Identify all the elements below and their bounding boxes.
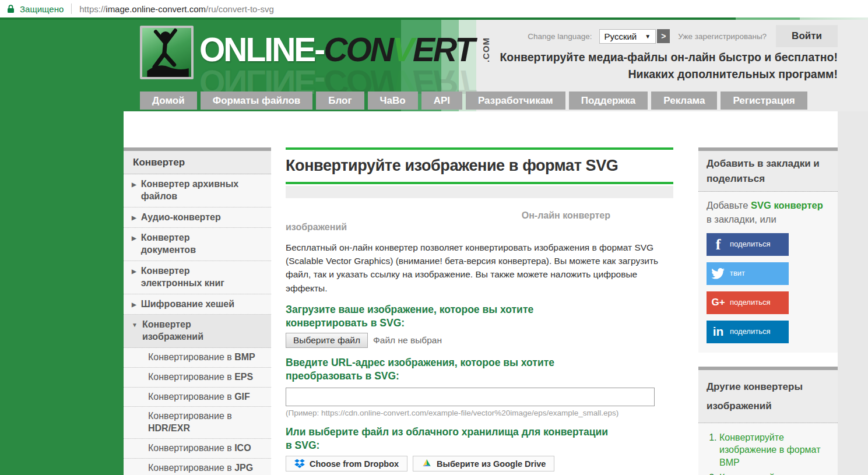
svg-converter-link[interactable]: SVG конвертер	[751, 200, 823, 210]
sidebar-item-ebook-converter[interactable]: ▶ Конвертер электронных книг	[124, 261, 271, 294]
page-title: Конвертируйте изображение в формат SVG	[286, 157, 673, 175]
nav-file-formats[interactable]: Форматы файлов	[201, 92, 313, 110]
sidebar-title: Конвертер	[124, 151, 271, 174]
nav-advertising[interactable]: Реклама	[651, 92, 717, 110]
gray-divider-bar	[286, 186, 673, 198]
browser-window: Защищено https://image.online-convert.co…	[0, 0, 868, 475]
page-url[interactable]: https://image.online-convert.com/ru/conv…	[79, 4, 274, 14]
login-button[interactable]: Войти	[776, 25, 838, 47]
bookmark-text-pre: Добавьте	[707, 200, 751, 210]
triangle-right-icon: ▶	[132, 268, 136, 290]
sidebar-item-hash-encryption[interactable]: ▶ Шифрование хешей	[124, 294, 271, 315]
logo-text: ONLINE-CONVERT.COM ONLINE-CONVERT	[199, 30, 498, 79]
sidebar-subitem-eps[interactable]: Конвертирование в EPS	[124, 368, 271, 388]
converter-sidebar: Конвертер ▶ Конвертер архивных файлов ▶ …	[124, 147, 271, 475]
bookmark-text-post: в закладки, или	[707, 214, 776, 224]
converter-description: Бесплатный он-лайн конвертер позволяет к…	[286, 241, 673, 295]
site-tagline: Конвертируйте медиа-файлы он-лайн быстро…	[500, 49, 838, 83]
right-gray-background	[838, 111, 868, 475]
tagline-line1: Конвертируйте медиа-файлы он-лайн быстро…	[500, 49, 838, 66]
cloud-heading: Или выберите файл из облачного хранилища…	[286, 425, 612, 452]
twitter-tweet-button[interactable]: твит	[707, 262, 789, 285]
share-title: Добавить в закладки и поделиться	[698, 151, 838, 192]
share-body: Добавьте SVG конвертер в закладки, или f…	[698, 192, 838, 353]
language-go-button[interactable]: >	[657, 29, 670, 43]
linkedin-icon: in	[707, 323, 730, 340]
nav-blog[interactable]: Блог	[316, 92, 364, 110]
site-logo[interactable]: ONLINE-CONVERT.COM ONLINE-CONVERT	[140, 26, 498, 79]
triangle-right-icon: ▶	[132, 301, 136, 311]
tagline-line2: Никаких дополнительных программ!	[500, 66, 838, 83]
upload-heading: Загрузите ваше изображение, которое вы х…	[286, 303, 589, 330]
triangle-right-icon: ▶	[132, 234, 136, 256]
googleplus-icon: G+	[707, 295, 730, 310]
url-domain: image.online-convert.com	[106, 4, 206, 14]
nav-faq[interactable]: ЧаВо	[368, 92, 418, 110]
dropbox-button[interactable]: Choose from Dropbox	[286, 456, 407, 472]
sidebar-subitem-bmp[interactable]: Конвертирование в BMP	[124, 348, 271, 368]
logo-convert-text: CONVERT	[324, 30, 473, 69]
triangle-down-icon: ▼	[132, 321, 138, 343]
sidebar-item-audio-converter[interactable]: ▶ Аудио-конвертер	[124, 207, 271, 228]
lock-icon	[7, 5, 15, 13]
breadcrumb-line1: Он-лайн конвертер	[286, 210, 673, 221]
jumping-man-icon	[142, 28, 191, 77]
green-rule-bottom	[286, 182, 673, 184]
browser-address-bar[interactable]: Защищено https://image.online-convert.co…	[0, 0, 868, 17]
nav-support[interactable]: Поддержка	[569, 92, 648, 110]
change-language-label: Change language:	[528, 32, 592, 41]
choose-file-button[interactable]: Выберите файл	[286, 333, 368, 348]
other-converters-box: Другие конвертеры изображений Конвертиру…	[698, 367, 838, 475]
logo-online-text: ONLINE-	[199, 30, 324, 69]
share-sidebar: Добавить в закладки и поделиться Добавьт…	[698, 147, 838, 475]
address-divider	[71, 3, 72, 14]
other-converter-link-bmp[interactable]: Конвертируйте изображение в формат BMP	[719, 431, 833, 469]
left-green-background	[0, 111, 124, 475]
triangle-right-icon: ▶	[132, 214, 136, 224]
green-rule-top	[286, 147, 673, 150]
triangle-right-icon: ▶	[132, 181, 136, 203]
url-scheme: https://	[79, 4, 106, 14]
main-navigation: Домой Форматы файлов Блог ЧаВо API Разра…	[140, 92, 807, 110]
logo-tld-text: .COM	[481, 37, 491, 62]
dropbox-icon	[294, 459, 305, 469]
chevron-down-icon: ▼	[645, 33, 651, 40]
cloud-buttons-row: Choose from Dropbox Выберите из Google D…	[286, 456, 673, 472]
sidebar-subitem-ico[interactable]: Конвертирование в ICO	[124, 439, 271, 459]
sidebar-subitem-hdr-exr[interactable]: Конвертирование в HDR/EXR	[124, 407, 271, 439]
main-content: Конвертируйте изображение в формат SVG О…	[286, 147, 673, 475]
nav-registration[interactable]: Регистрация	[721, 92, 807, 110]
url-heading: Введите URL-адрес изображения, которое в…	[286, 356, 589, 383]
linkedin-share-button[interactable]: in поделиться	[707, 321, 789, 343]
logo-box	[140, 26, 194, 79]
file-status-text: Файл не выбран	[373, 335, 442, 346]
breadcrumb-line2: изображений	[286, 222, 347, 232]
content-wrapper: Конвертер ▶ Конвертер архивных файлов ▶ …	[124, 111, 838, 475]
facebook-share-button[interactable]: f поделиться	[707, 233, 789, 256]
sidebar-subitem-jpg[interactable]: Конвертирование в JPG	[124, 459, 271, 475]
registered-question: Уже зарегистрированы?	[678, 32, 767, 41]
sidebar-item-document-converter[interactable]: ▶ Конвертер документов	[124, 228, 271, 261]
site-header: ONLINE-CONVERT.COM ONLINE-CONVERT Change…	[0, 20, 868, 111]
other-converter-link-eps[interactable]: Конвертируйте изображение в формат EPS	[719, 472, 833, 475]
facebook-icon: f	[707, 234, 730, 256]
nav-home[interactable]: Домой	[140, 92, 197, 110]
google-drive-button[interactable]: Выберите из Google Drive	[413, 456, 554, 472]
url-path: /ru/convert-to-svg	[206, 4, 274, 14]
google-drive-icon	[421, 459, 432, 469]
other-converters-title: Другие конвертеры изображений	[698, 370, 838, 423]
twitter-icon	[707, 266, 730, 280]
url-example-hint: (Пример: https://cdn.online-convert.com/…	[286, 409, 673, 417]
nav-api[interactable]: API	[421, 92, 462, 110]
security-label: Защищено	[20, 4, 64, 14]
sidebar-item-archive-converter[interactable]: ▶ Конвертер архивных файлов	[124, 174, 271, 207]
nav-developers[interactable]: Разработчикам	[466, 92, 565, 110]
language-select[interactable]: Русский ▼	[599, 29, 656, 44]
breadcrumb: Он-лайн конвертер изображений	[286, 210, 673, 234]
header-controls: Change language: Русский ▼ > Уже зарегис…	[528, 25, 838, 47]
sidebar-subitem-gif[interactable]: Конвертирование в GIF	[124, 388, 271, 407]
googleplus-share-button[interactable]: G+ поделиться	[707, 291, 789, 314]
sidebar-item-image-converter[interactable]: ▼ Конвертер изображений	[124, 315, 271, 348]
image-url-input[interactable]	[286, 388, 655, 406]
file-input-row: Выберите файл Файл не выбран	[286, 332, 673, 348]
